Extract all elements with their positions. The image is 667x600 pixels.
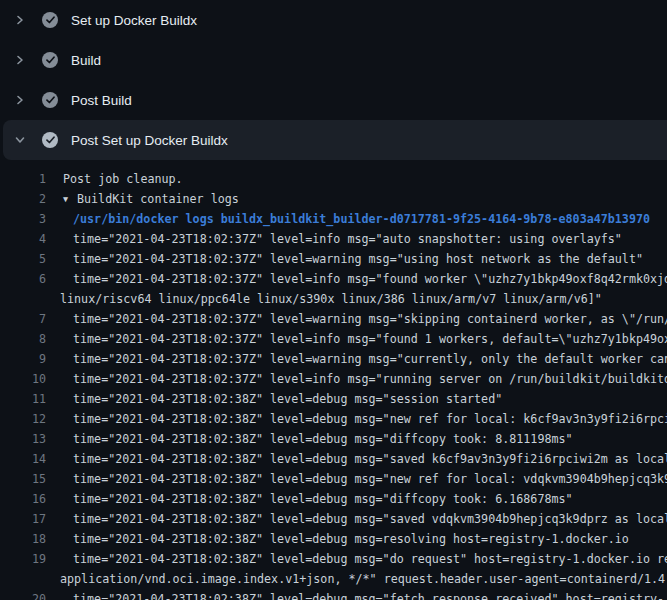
check-circle-icon [42, 12, 58, 28]
check-circle-icon [42, 132, 58, 148]
check-circle-icon [42, 52, 58, 68]
log-line-text: time="2021-04-23T18:02:37Z" level=warnin… [73, 252, 643, 266]
log-line: application/vnd.oci.image.index.v1+json,… [0, 569, 667, 589]
workflow-log-viewer: Set up Docker Buildx Build Post Build Po… [0, 0, 667, 600]
log-line: 14 time="2021-04-23T18:02:38Z" level=deb… [0, 449, 667, 469]
log-line-text: time="2021-04-23T18:02:37Z" level=info m… [73, 372, 667, 386]
log-group-header[interactable]: ▼BuildKit container logs [63, 192, 239, 206]
log-line-text: time="2021-04-23T18:02:38Z" level=debug … [73, 412, 667, 426]
log-line-text: application/vnd.oci.image.index.v1+json,… [60, 572, 665, 586]
log-line-number[interactable]: 15 [0, 472, 46, 486]
log-line-number[interactable]: 11 [0, 392, 46, 406]
log-line-number[interactable]: 12 [0, 412, 46, 426]
log-line-number[interactable]: 8 [0, 332, 46, 346]
log-line-number[interactable]: 13 [0, 432, 46, 446]
log-line-number[interactable]: 14 [0, 452, 46, 466]
log-line-text: time="2021-04-23T18:02:37Z" level=info m… [73, 332, 667, 346]
log-line-number[interactable]: 2 [0, 192, 46, 206]
log-line-text: time="2021-04-23T18:02:37Z" level=warnin… [73, 312, 667, 326]
log-line-text: time="2021-04-23T18:02:38Z" level=debug … [73, 592, 664, 600]
log-line: 8 time="2021-04-23T18:02:37Z" level=info… [0, 329, 667, 349]
chevron-down-icon [12, 132, 28, 148]
log-line: 18 time="2021-04-23T18:02:38Z" level=deb… [0, 529, 667, 549]
log-line-number[interactable]: 4 [0, 232, 46, 246]
log-line-text: time="2021-04-23T18:02:38Z" level=debug … [73, 452, 667, 466]
log-line: 17 time="2021-04-23T18:02:38Z" level=deb… [0, 509, 667, 529]
log-line-text: /usr/bin/docker logs buildx_buildkit_bui… [73, 212, 650, 226]
log-line: 10 time="2021-04-23T18:02:37Z" level=inf… [0, 369, 667, 389]
log-line-number[interactable]: 6 [0, 272, 46, 286]
log-output: 1 Post job cleanup. 2 ▼BuildKit containe… [0, 160, 667, 600]
group-collapse-icon[interactable]: ▼ [63, 194, 77, 204]
log-line-text: linux/riscv64 linux/ppc64le linux/s390x … [60, 292, 602, 306]
log-line-number[interactable]: 3 [0, 212, 46, 226]
step-label: Build [71, 53, 101, 68]
log-line-number[interactable]: 1 [0, 172, 46, 186]
log-line-text: time="2021-04-23T18:02:38Z" level=debug … [73, 512, 667, 526]
log-line-text: time="2021-04-23T18:02:38Z" level=debug … [73, 432, 573, 446]
log-line: 7 time="2021-04-23T18:02:37Z" level=warn… [0, 309, 667, 329]
step-row-post-build[interactable]: Post Build [0, 80, 667, 120]
group-label: BuildKit container logs [77, 192, 239, 206]
log-line-text: time="2021-04-23T18:02:38Z" level=debug … [73, 552, 667, 566]
chevron-right-icon [12, 12, 28, 28]
log-line-number[interactable]: 10 [0, 372, 46, 386]
log-line: 4 time="2021-04-23T18:02:37Z" level=info… [0, 229, 667, 249]
log-line: 15 time="2021-04-23T18:02:38Z" level=deb… [0, 469, 667, 489]
log-line-text: Post job cleanup. [63, 172, 183, 186]
log-line: 16 time="2021-04-23T18:02:38Z" level=deb… [0, 489, 667, 509]
step-label: Post Set up Docker Buildx [71, 133, 228, 148]
log-line-number[interactable]: 17 [0, 512, 46, 526]
log-line-text: time="2021-04-23T18:02:37Z" level=info m… [73, 232, 622, 246]
log-line: linux/riscv64 linux/ppc64le linux/s390x … [0, 289, 667, 309]
log-line-number[interactable]: 7 [0, 312, 46, 326]
log-line: 13 time="2021-04-23T18:02:38Z" level=deb… [0, 429, 667, 449]
log-line-text: time="2021-04-23T18:02:37Z" level=info m… [73, 272, 667, 286]
log-line-number[interactable]: 16 [0, 492, 46, 506]
log-line-number[interactable]: 9 [0, 352, 46, 366]
log-line-number[interactable]: 20 [0, 592, 46, 600]
log-line-number[interactable]: 18 [0, 532, 46, 546]
log-line: 20 time="2021-04-23T18:02:38Z" level=deb… [0, 589, 667, 600]
step-row-build[interactable]: Build [0, 40, 667, 80]
log-line-text: time="2021-04-23T18:02:37Z" level=warnin… [73, 352, 667, 366]
log-line: 9 time="2021-04-23T18:02:37Z" level=warn… [0, 349, 667, 369]
step-row-post-set-up-docker-buildx[interactable]: Post Set up Docker Buildx [3, 120, 667, 160]
log-line: 5 time="2021-04-23T18:02:37Z" level=warn… [0, 249, 667, 269]
chevron-right-icon [12, 52, 28, 68]
step-label: Post Build [71, 93, 132, 108]
log-line-number[interactable]: 5 [0, 252, 46, 266]
step-row-set-up-docker-buildx[interactable]: Set up Docker Buildx [0, 0, 667, 40]
log-line-text: time="2021-04-23T18:02:38Z" level=debug … [73, 532, 629, 546]
log-line: 1 Post job cleanup. [0, 169, 667, 189]
log-line-number[interactable]: 19 [0, 552, 46, 566]
step-label: Set up Docker Buildx [71, 13, 197, 28]
chevron-right-icon [12, 92, 28, 108]
log-line: 19 time="2021-04-23T18:02:38Z" level=deb… [0, 549, 667, 569]
log-line: 2 ▼BuildKit container logs [0, 189, 667, 209]
log-line-text: time="2021-04-23T18:02:38Z" level=debug … [73, 472, 667, 486]
log-line: 6 time="2021-04-23T18:02:37Z" level=info… [0, 269, 667, 289]
log-line-text: time="2021-04-23T18:02:38Z" level=debug … [73, 392, 502, 406]
log-line-text: time="2021-04-23T18:02:38Z" level=debug … [73, 492, 573, 506]
log-line: 12 time="2021-04-23T18:02:38Z" level=deb… [0, 409, 667, 429]
log-line: 3 /usr/bin/docker logs buildx_buildkit_b… [0, 209, 667, 229]
check-circle-icon [42, 92, 58, 108]
log-line: 11 time="2021-04-23T18:02:38Z" level=deb… [0, 389, 667, 409]
